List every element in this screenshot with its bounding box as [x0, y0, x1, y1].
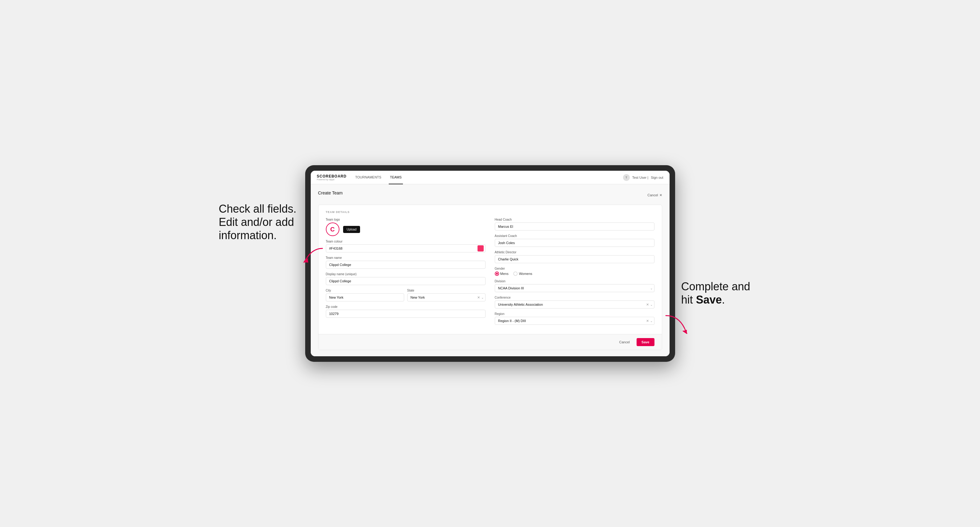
form-grid: Team logo C Upload Team colour [326, 218, 654, 329]
womens-radio-dot [513, 271, 518, 276]
team-name-input[interactable] [326, 261, 485, 269]
region-label: Region [495, 312, 654, 316]
head-coach-group: Head Coach [495, 218, 654, 230]
conference-select-wrapper: ✕ ⌄ [495, 300, 654, 308]
head-coach-label: Head Coach [495, 218, 654, 221]
gender-womens-radio[interactable]: Womens [513, 271, 532, 276]
state-input[interactable] [407, 294, 485, 302]
form-card: TEAM DETAILS Team logo C Upload [318, 205, 662, 350]
division-group: Division ⌄ [495, 279, 654, 292]
right-column: Head Coach Assistant Coach [495, 218, 654, 329]
zip-group: Zip code [326, 305, 485, 318]
display-name-group: Display name (unique) [326, 273, 485, 285]
section-label: TEAM DETAILS [326, 211, 654, 214]
region-select-wrapper: ✕ ⌄ [495, 317, 654, 325]
page-content: Create Team Cancel ✕ TEAM DETAILS [311, 184, 670, 356]
mens-radio-dot [495, 271, 499, 276]
city-state-group: City State ✕ [326, 289, 485, 302]
assistant-coach-group: Assistant Coach [495, 234, 654, 247]
conference-group: Conference ✕ ⌄ [495, 296, 654, 308]
app-logo: SCOREBOARD [317, 174, 347, 178]
app-logo-sub: Powered by clippd [317, 178, 347, 181]
region-group: Region ✕ ⌄ [495, 312, 654, 325]
gender-mens-radio[interactable]: Mens [495, 271, 509, 276]
display-name-input[interactable] [326, 277, 485, 285]
city-label: City [326, 289, 404, 292]
user-avatar: T [623, 174, 630, 181]
nav-links: TOURNAMENTS TEAMS [354, 171, 623, 184]
zip-label: Zip code [326, 305, 485, 308]
zip-input[interactable] [326, 310, 485, 318]
team-name-label: Team name [326, 256, 485, 259]
division-input[interactable] [495, 284, 654, 292]
gender-label: Gender [495, 267, 654, 270]
athletic-director-input[interactable] [495, 255, 654, 263]
page-title: Create Team [318, 190, 343, 195]
team-colour-input[interactable] [326, 244, 485, 252]
gender-group: Gender Mens Womens [495, 267, 654, 276]
annotation-right: Complete and hit Save. [681, 280, 761, 306]
tablet-screen: SCOREBOARD Powered by clippd TOURNAMENTS… [311, 171, 670, 356]
form-footer: Cancel Save [318, 334, 662, 350]
nav-right: T Test User | Sign out [623, 174, 663, 181]
team-logo-group: Team logo C Upload [326, 218, 485, 236]
colour-input-wrapper [326, 244, 485, 252]
conference-input[interactable] [495, 300, 654, 308]
page-header: Create Team Cancel ✕ [318, 190, 662, 200]
womens-label: Womens [519, 272, 532, 276]
athletic-director-group: Athletic Director [495, 251, 654, 263]
nav-teams[interactable]: TEAMS [389, 171, 403, 184]
logo-upload-area: C Upload [326, 222, 485, 236]
display-name-label: Display name (unique) [326, 273, 485, 276]
sign-out-link[interactable]: Sign out [651, 176, 663, 179]
form-body: TEAM DETAILS Team logo C Upload [318, 205, 662, 334]
city-state-row: City State ✕ [326, 289, 485, 302]
mens-label: Mens [500, 272, 509, 276]
navbar: SCOREBOARD Powered by clippd TOURNAMENTS… [311, 171, 670, 184]
state-group: State ✕ ⌄ [407, 289, 485, 302]
assistant-coach-label: Assistant Coach [495, 234, 654, 238]
cancel-top-label[interactable]: Cancel [648, 193, 658, 197]
user-label: Test User | [632, 176, 648, 179]
left-column: Team logo C Upload Team colour [326, 218, 485, 329]
city-group: City [326, 289, 404, 302]
cancel-top-x[interactable]: ✕ [659, 193, 662, 197]
annotation-left: Check all fields. Edit and/or add inform… [219, 202, 299, 242]
arrow-right-icon [660, 313, 690, 337]
colour-swatch [477, 245, 484, 251]
city-input[interactable] [326, 294, 404, 302]
nav-tournaments[interactable]: TOURNAMENTS [354, 171, 383, 184]
division-label: Division [495, 279, 654, 283]
gender-row: Mens Womens [495, 271, 654, 276]
region-input[interactable] [495, 317, 654, 325]
team-name-group: Team name [326, 256, 485, 269]
division-select-wrapper: ⌄ [495, 284, 654, 292]
state-select-wrapper: ✕ ⌄ [407, 294, 485, 302]
conference-label: Conference [495, 296, 654, 299]
head-coach-input[interactable] [495, 222, 654, 230]
team-logo-label: Team logo [326, 218, 485, 221]
cancel-button[interactable]: Cancel [616, 338, 633, 346]
team-colour-label: Team colour [326, 240, 485, 243]
arrow-left-icon [301, 245, 326, 264]
logo-area: SCOREBOARD Powered by clippd [317, 174, 347, 181]
upload-button[interactable]: Upload [343, 226, 360, 233]
state-label: State [407, 289, 485, 292]
team-colour-group: Team colour [326, 240, 485, 252]
athletic-director-label: Athletic Director [495, 251, 654, 254]
assistant-coach-input[interactable] [495, 239, 654, 247]
save-button[interactable]: Save [636, 338, 654, 346]
tablet-device: SCOREBOARD Powered by clippd TOURNAMENTS… [305, 165, 675, 362]
logo-circle: C [326, 222, 339, 236]
